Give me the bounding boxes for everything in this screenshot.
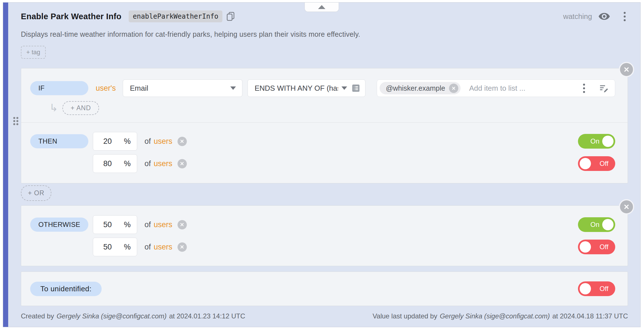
- percent-sign: %: [124, 220, 131, 229]
- served-value-toggle-on[interactable]: On: [578, 217, 615, 232]
- otherwise-chip: OTHERWISE: [30, 218, 88, 232]
- percent-sign: %: [124, 243, 131, 251]
- percentage-input[interactable]: 80 %: [93, 154, 137, 173]
- served-value-toggle-off[interactable]: Off: [578, 240, 615, 254]
- flag-title: Enable Park Weather Info: [21, 12, 121, 21]
- add-tag-button[interactable]: + tag: [21, 46, 46, 59]
- flag-key-chip: enableParkWeatherInfo: [129, 10, 222, 22]
- toggle-label: On: [590, 221, 599, 229]
- users-link[interactable]: users: [154, 137, 172, 146]
- percentage-value: 80: [103, 159, 112, 168]
- feature-flag-panel: Enable Park Weather Info enableParkWeath…: [3, 2, 641, 327]
- remove-percentage-row-button[interactable]: [178, 159, 187, 168]
- of-label: of: [144, 137, 151, 146]
- edit-list-icon: [599, 83, 609, 93]
- created-timestamp: at 2024.01.23 14:12 UTC: [169, 312, 245, 320]
- toggle-knob: [602, 219, 614, 230]
- attribute-value: Email: [130, 84, 148, 93]
- updated-author: Gergely Sinka (sige@configcat.com): [440, 312, 550, 320]
- flag-description: Displays real-time weather information f…: [21, 30, 628, 38]
- unidentified-card: To unidentified: Off: [21, 272, 628, 306]
- percent-sign: %: [124, 137, 131, 146]
- toggle-label: Off: [599, 285, 608, 293]
- percentage-input[interactable]: 20 %: [93, 132, 137, 151]
- edit-list-button[interactable]: [599, 83, 609, 93]
- then-chip: THEN: [30, 134, 88, 148]
- created-info: Created by Gergely Sinka (sige@configcat…: [21, 312, 245, 320]
- percentage-input[interactable]: 50 %: [93, 238, 137, 256]
- of-label: of: [144, 220, 151, 229]
- toggle-label: On: [590, 137, 599, 145]
- user-attribute-prefix: user's: [96, 84, 116, 93]
- remove-percentage-row-button[interactable]: [178, 220, 187, 229]
- nested-condition-arrow-icon: ↳: [49, 104, 58, 112]
- users-link[interactable]: users: [154, 220, 172, 229]
- chevron-down-icon: [341, 86, 347, 90]
- chevron-down-icon: [230, 86, 236, 90]
- close-icon: [180, 161, 184, 166]
- list-item-value: @whisker.example: [386, 84, 445, 92]
- delete-otherwise-button[interactable]: [619, 199, 634, 214]
- add-list-item-input[interactable]: [468, 84, 578, 93]
- toggle-label: Off: [599, 160, 608, 168]
- comparison-value-list[interactable]: @whisker.example: [377, 79, 615, 97]
- watching-label: watching: [563, 12, 592, 21]
- percentage-input[interactable]: 50 %: [93, 215, 137, 234]
- remove-percentage-row-button[interactable]: [178, 242, 187, 252]
- add-and-condition-button[interactable]: + AND: [62, 101, 99, 115]
- percentage-value: 50: [103, 220, 112, 229]
- updated-prefix: Value last updated by: [373, 312, 437, 320]
- remove-list-item-button[interactable]: [449, 84, 458, 93]
- created-author: Gergely Sinka (sige@configcat.com): [56, 312, 167, 320]
- comparator-select[interactable]: ENDS WITH ANY OF (has: [247, 79, 365, 97]
- close-icon: [180, 139, 184, 144]
- updated-info: Value last updated by Gergely Sinka (sig…: [373, 312, 628, 320]
- targeting-rule-card: IF user's Email ENDS WITH ANY OF (has: [21, 68, 628, 183]
- toggle-knob: [580, 241, 591, 253]
- served-value-toggle-on[interactable]: On: [578, 134, 615, 149]
- rule-drag-handle[interactable]: [13, 117, 18, 125]
- toggle-knob: [580, 158, 591, 169]
- eye-icon: [598, 12, 610, 20]
- users-link[interactable]: users: [154, 159, 172, 168]
- watch-toggle-button[interactable]: [598, 12, 610, 20]
- close-icon: [452, 86, 456, 90]
- updated-timestamp: at 2024.04.18 11:37 UTC: [552, 312, 628, 320]
- toggle-label: Off: [599, 243, 608, 251]
- flag-menu-button[interactable]: [621, 11, 628, 22]
- close-icon: [180, 245, 184, 249]
- close-icon: [623, 66, 630, 73]
- copy-key-button[interactable]: [226, 12, 235, 21]
- otherwise-card: OTHERWISE 50 % of users On: [21, 205, 628, 266]
- served-value-toggle-off[interactable]: Off: [578, 156, 615, 171]
- flag-footer: Created by Gergely Sinka (sige@configcat…: [21, 312, 628, 320]
- percent-sign: %: [124, 159, 131, 168]
- environment-accent-bar: [3, 3, 8, 327]
- of-label: of: [144, 159, 151, 168]
- unidentified-toggle-off[interactable]: Off: [578, 281, 615, 296]
- toggle-knob: [580, 283, 591, 294]
- remove-percentage-row-button[interactable]: [178, 137, 187, 146]
- created-prefix: Created by: [21, 312, 54, 320]
- unidentified-chip: To unidentified:: [30, 282, 102, 296]
- copy-icon: [226, 12, 235, 21]
- add-or-rule-button[interactable]: + OR: [21, 185, 51, 201]
- list-item-chip: @whisker.example: [380, 82, 461, 94]
- percentage-value: 20: [103, 137, 112, 146]
- if-chip: IF: [30, 81, 88, 95]
- close-icon: [180, 222, 184, 227]
- users-link[interactable]: users: [154, 243, 172, 251]
- delete-rule-button[interactable]: [619, 62, 634, 77]
- percentage-value: 50: [103, 243, 112, 251]
- of-label: of: [144, 243, 151, 251]
- attribute-select[interactable]: Email: [123, 79, 242, 97]
- comparator-value: ENDS WITH ANY OF (has: [255, 84, 338, 93]
- flag-header: Enable Park Weather Info enableParkWeath…: [21, 10, 628, 22]
- list-options-button[interactable]: [581, 82, 587, 94]
- close-icon: [623, 204, 630, 210]
- list-comparator-icon: [351, 83, 361, 93]
- toggle-knob: [602, 136, 614, 147]
